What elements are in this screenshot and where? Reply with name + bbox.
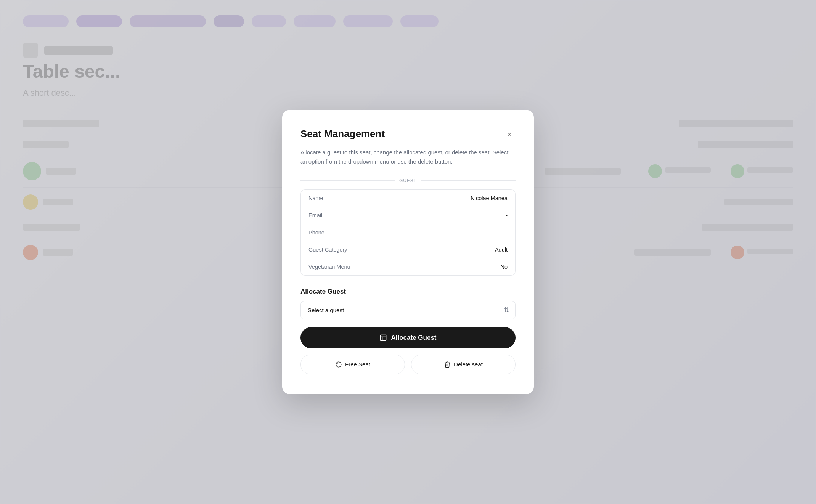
modal-backdrop: Seat Management × Allocate a guest to th… xyxy=(0,0,816,504)
guest-value-category: Adult xyxy=(495,247,508,253)
delete-seat-label: Delete seat xyxy=(454,361,483,368)
guest-label-category: Guest Category xyxy=(308,247,347,253)
trash-icon xyxy=(444,361,451,368)
guest-row-category: Guest Category Adult xyxy=(301,241,515,258)
allocate-icon xyxy=(379,334,387,342)
guest-value-vegetarian: No xyxy=(500,264,508,270)
bottom-buttons: Free Seat Delete seat xyxy=(300,355,516,374)
guest-section-divider: GUEST xyxy=(300,178,516,183)
guest-select-wrapper: Select a guest ⇅ xyxy=(300,301,516,319)
guest-value-email: - xyxy=(506,212,508,218)
guest-row-email: Email - xyxy=(301,207,515,224)
free-seat-label: Free Seat xyxy=(345,361,370,368)
guest-row-name: Name Nicolae Manea xyxy=(301,190,515,207)
guest-value-phone: - xyxy=(506,230,508,236)
allocate-guest-label: Allocate Guest xyxy=(391,334,436,342)
guest-label-vegetarian: Vegetarian Menu xyxy=(308,264,350,270)
guest-label-email: Email xyxy=(308,212,322,218)
seat-management-modal: Seat Management × Allocate a guest to th… xyxy=(282,110,534,394)
modal-description: Allocate a guest to this seat, change th… xyxy=(300,148,516,166)
divider-left xyxy=(300,180,395,181)
allocate-guest-button[interactable]: Allocate Guest xyxy=(300,327,516,348)
guest-row-phone: Phone - xyxy=(301,224,515,241)
svg-rect-0 xyxy=(381,335,386,340)
divider-right xyxy=(421,180,516,181)
free-seat-button[interactable]: Free Seat xyxy=(300,355,405,374)
guest-label-name: Name xyxy=(308,195,323,201)
guest-label-phone: Phone xyxy=(308,230,324,236)
delete-seat-button[interactable]: Delete seat xyxy=(411,355,516,374)
free-seat-icon xyxy=(335,361,342,368)
close-button[interactable]: × xyxy=(503,128,516,140)
modal-header: Seat Management × xyxy=(300,128,516,140)
guest-info-table: Name Nicolae Manea Email - Phone - Guest… xyxy=(300,189,516,276)
guest-row-vegetarian: Vegetarian Menu No xyxy=(301,258,515,275)
allocate-section-label: Allocate Guest xyxy=(300,288,516,295)
guest-select[interactable]: Select a guest xyxy=(300,301,516,319)
modal-title: Seat Management xyxy=(300,128,385,140)
guest-value-name: Nicolae Manea xyxy=(471,195,508,201)
guest-section-label: GUEST xyxy=(399,178,417,183)
